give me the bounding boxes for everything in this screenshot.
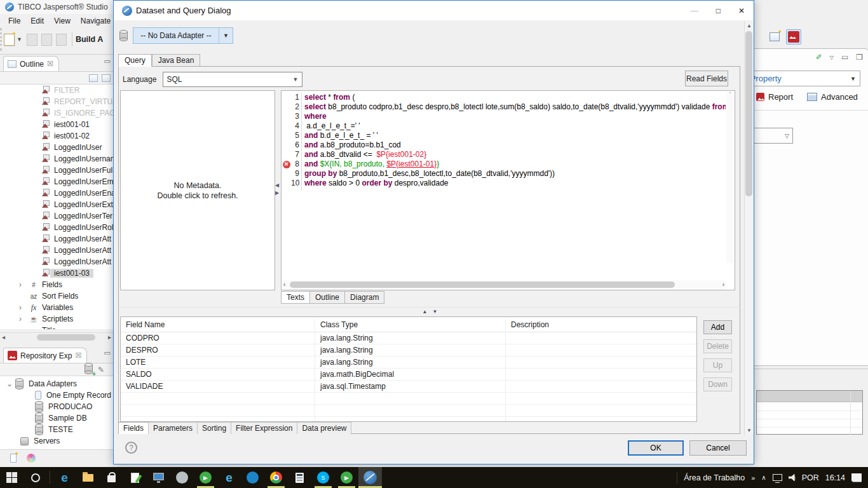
outline-node-title[interactable]: ▭Title xyxy=(0,325,113,329)
editor-horizontal-scrollbar[interactable]: ‹ › xyxy=(282,280,726,289)
table-row-saldo[interactable]: SALDOjava.math.BigDecimal xyxy=(121,369,696,381)
sql-line-3[interactable]: where xyxy=(304,112,726,121)
outline-node-scriptlets[interactable]: ›☕Scriptlets xyxy=(0,313,113,325)
build-all-button[interactable]: Build A xyxy=(76,35,103,44)
outline-item-loggedinuserful[interactable]: LoggedInUserFul xyxy=(0,165,113,176)
collapse-left-icon[interactable]: ◀ xyxy=(275,182,280,188)
outline-item-loggedinuserter[interactable]: LoggedInUserTer xyxy=(0,210,113,222)
expand-arrow-icon[interactable]: › xyxy=(19,315,28,323)
table-row-codpro[interactable]: CODPROjava.lang.String xyxy=(121,332,696,344)
save-all-icon[interactable] xyxy=(41,34,52,46)
chrome-icon[interactable] xyxy=(264,467,288,488)
minimize-icon[interactable]: ▭ xyxy=(841,53,848,62)
jaspersoft-studio-icon[interactable] xyxy=(358,467,382,488)
editor-vertical-scrollbar[interactable]: ⌃ xyxy=(726,92,734,263)
editor-tab-outline[interactable]: Outline xyxy=(310,291,345,304)
outline-node-sort-fields[interactable]: azSort Fields xyxy=(0,290,113,302)
close-icon[interactable]: ✕ xyxy=(738,6,745,15)
expand-arrow-icon[interactable]: › xyxy=(19,280,28,289)
tab-java-bean[interactable]: Java Bean xyxy=(152,54,201,67)
menu-edit[interactable]: Edit xyxy=(26,15,48,27)
maximize-icon[interactable]: ❒ xyxy=(856,53,863,62)
column-header-class-type[interactable]: Class Type xyxy=(315,319,506,330)
toolbar-overflow-icon[interactable]: » xyxy=(751,474,755,482)
sql-line-5[interactable]: and b.d_e_l_e_t_ = ' ' xyxy=(304,131,726,140)
table-row-validade[interactable]: VALIDADEjava.sql.Timestamp xyxy=(121,381,696,393)
outline-item-filter[interactable]: FILTER xyxy=(0,85,113,96)
tab-repository-explorer[interactable]: Repository Exp ☒ xyxy=(3,348,87,363)
editor-tab-diagram[interactable]: Diagram xyxy=(345,291,384,304)
repo-item-producao[interactable]: PRODUCAO xyxy=(0,401,113,412)
add-button[interactable]: Add xyxy=(703,320,732,334)
cortana-button[interactable] xyxy=(24,467,47,488)
sql-text-area[interactable]: select * from (select b8_produto codpro,… xyxy=(304,93,726,188)
add-table-icon[interactable] xyxy=(767,29,782,44)
tab-report[interactable]: Report xyxy=(756,92,793,102)
column-header-description[interactable]: Description xyxy=(506,319,696,330)
show-hidden-icons-button[interactable]: ∧ xyxy=(761,474,766,481)
menu-file[interactable]: File xyxy=(4,15,25,27)
close-tab-icon[interactable]: ☒ xyxy=(47,60,53,68)
dataset-tab-data-preview[interactable]: Data preview xyxy=(297,422,351,434)
sql-line-2[interactable]: select b8_produto codpro,b1_desc despro,… xyxy=(304,102,726,112)
scroll-right-icon[interactable]: ▸ xyxy=(108,334,111,341)
clock[interactable]: 16:14 xyxy=(825,473,845,482)
scroll-right-icon[interactable]: › xyxy=(722,281,724,288)
repo-node-data-adapters[interactable]: ⌄Data Adapters xyxy=(0,378,113,390)
edge-icon[interactable]: e xyxy=(53,467,76,488)
dialog-vertical-scrollbar[interactable]: ▲ ▼ xyxy=(744,21,753,435)
notepad-icon[interactable] xyxy=(123,467,147,488)
minimize-icon[interactable]: — xyxy=(691,6,698,15)
save-icon[interactable] xyxy=(27,34,37,46)
scroll-left-icon[interactable]: ◂ xyxy=(2,334,5,341)
view-menu-icon[interactable]: ▽ xyxy=(830,55,834,60)
outline-item-loggedinuserena[interactable]: LoggedInUserEna xyxy=(0,187,113,199)
cancel-button[interactable]: Cancel xyxy=(689,440,747,456)
new-data-adapter-icon[interactable]: + xyxy=(85,363,93,376)
sql-line-7[interactable]: and a.b8_dtvalid <= $P{iest001-02} xyxy=(304,150,726,159)
scrollbar-thumb[interactable] xyxy=(37,334,95,341)
outline-node-fields[interactable]: ›#Fields xyxy=(0,279,113,290)
media-player-2-icon[interactable]: ▶ xyxy=(335,467,358,488)
ok-button[interactable]: OK xyxy=(628,440,684,456)
read-fields-button[interactable]: Read Fields xyxy=(685,71,728,86)
scroll-left-icon[interactable]: ‹ xyxy=(283,281,285,288)
pin-icon[interactable]: ✐ xyxy=(816,53,822,62)
table-row-despro[interactable]: DESPROjava.lang.String xyxy=(121,344,696,356)
outline-item-report-virtual[interactable]: REPORT_VIRTUAL xyxy=(0,96,113,107)
network-icon[interactable] xyxy=(773,474,782,481)
tab-advanced[interactable]: Advanced xyxy=(807,92,858,102)
store-icon[interactable] xyxy=(100,467,123,488)
outline-item-loggedinuserext[interactable]: LoggedInUserExt xyxy=(0,199,113,210)
maximize-icon[interactable]: □ xyxy=(716,6,721,15)
outline-item-loggedinusernam[interactable]: LoggedInUsernam xyxy=(0,153,113,165)
menu-navigate[interactable]: Navigate xyxy=(76,15,115,27)
sql-editor[interactable]: ✕ 12345678910 select * from (select b8_p… xyxy=(281,90,735,290)
minimize-panel-icon[interactable]: ▭ xyxy=(104,349,111,357)
collapse-all-icon[interactable] xyxy=(102,74,111,82)
new-dropdown-icon[interactable]: ▼ xyxy=(17,36,22,43)
expand-arrow-icon[interactable]: › xyxy=(19,303,28,312)
fields-table[interactable]: Field Name Class Type Description CODPRO… xyxy=(120,316,697,422)
outline-horizontal-scrollbar[interactable]: ◂ ▸ xyxy=(0,332,113,341)
horizontal-splitter[interactable]: ▲ ▼ xyxy=(119,307,741,315)
start-button[interactable] xyxy=(0,467,24,488)
scrollbar-thumb[interactable] xyxy=(745,31,752,196)
repo-item-one-empty-record[interactable]: One Empty Record xyxy=(0,390,113,401)
language-combo[interactable]: SQL ▼ xyxy=(163,72,302,87)
splitter-down-icon[interactable]: ▼ xyxy=(433,309,438,315)
outline-item-loggedinuserrol[interactable]: LoggedInUserRol xyxy=(0,222,113,233)
desktop-toolbar-label[interactable]: Área de Trabalho xyxy=(684,473,745,482)
dataset-tab-parameters[interactable]: Parameters xyxy=(149,422,198,434)
dataset-tab-fields[interactable]: Fields xyxy=(119,422,149,434)
outline-item-iest001-01[interactable]: iest001-01 xyxy=(0,119,113,130)
tab-query[interactable]: Query xyxy=(118,54,152,67)
dataset-tab-sorting[interactable]: Sorting xyxy=(198,422,231,434)
calculator-icon[interactable] xyxy=(288,467,311,488)
outline-item-loggedinuserem[interactable]: LoggedInUserEm xyxy=(0,176,113,187)
outline-item-iest001-03[interactable]: iest001-03 xyxy=(0,268,113,279)
tab-outline[interactable]: Outline ☒ xyxy=(3,56,59,71)
column-header-field-name[interactable]: Field Name xyxy=(121,319,315,330)
sql-line-1[interactable]: select * from ( xyxy=(304,93,726,102)
dataset-tab-filter-expression[interactable]: Filter Expression xyxy=(231,422,297,434)
